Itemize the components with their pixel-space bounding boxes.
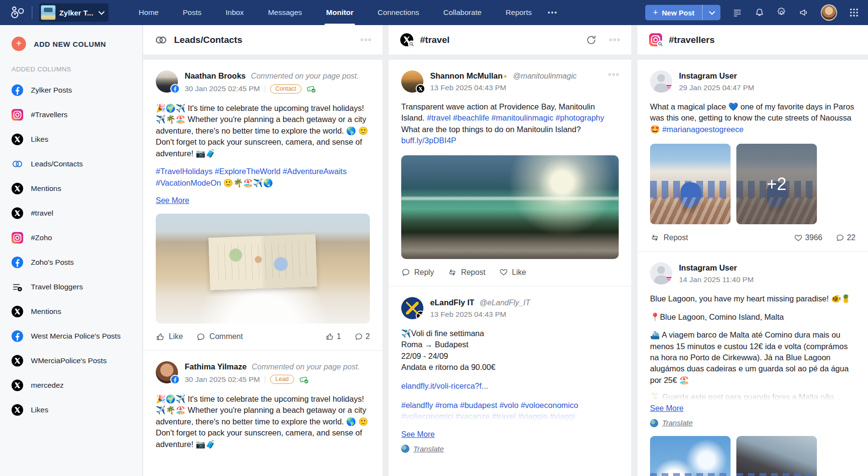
post-text-line: Blue Lagoon, you have my heart missing p… bbox=[650, 293, 855, 304]
post-link[interactable]: elandfly.it/voli-ricerca?f... bbox=[401, 381, 488, 390]
new-post-button[interactable]: + New Post bbox=[645, 5, 702, 20]
like-count[interactable]: 1 bbox=[326, 332, 341, 341]
comment-button[interactable]: Comment bbox=[196, 332, 243, 341]
brand-selector[interactable]: Zylker T... bbox=[39, 3, 108, 22]
crm-contact-badge[interactable]: Contact bbox=[270, 84, 301, 94]
avatar[interactable] bbox=[401, 70, 423, 93]
sidebar-item-mentions-2[interactable]: Mentions bbox=[12, 299, 142, 324]
nav-item-monitor[interactable]: Monitor bbox=[314, 0, 366, 25]
column-menu-icon[interactable] bbox=[610, 39, 620, 41]
translate-link[interactable]: Translate bbox=[401, 445, 619, 453]
column-feed[interactable]: Naathan Brooks Commented on your page po… bbox=[143, 60, 382, 476]
post-hashtags[interactable]: #elandfly #roma #budapest #volo #voloeco… bbox=[401, 400, 619, 411]
post-timestamp: 14 Jan 2025 11:40 PM bbox=[679, 275, 754, 284]
post-photo-naoussa-2[interactable]: +2 bbox=[736, 144, 817, 224]
author-name[interactable]: Shannon McMullan bbox=[430, 71, 502, 80]
nav-more-menu[interactable]: ••• bbox=[544, 9, 562, 16]
translate-link[interactable]: Translate bbox=[650, 419, 855, 427]
columns-sidebar: + ADD NEW COLUMN ADDED COLUMNS Zylker Po… bbox=[0, 25, 143, 476]
activity-feed-icon[interactable] bbox=[732, 7, 743, 18]
verified-sparkle-icon: ✦ bbox=[502, 73, 508, 80]
like-button[interactable]: Like bbox=[156, 332, 183, 341]
author-handle[interactable]: @eLandFly_IT bbox=[479, 299, 530, 307]
like-button[interactable]: Like bbox=[499, 268, 526, 277]
comment-count[interactable]: 2 bbox=[354, 332, 370, 341]
post-menu-icon[interactable] bbox=[609, 73, 619, 76]
post-link[interactable]: buff.ly/3pDBI4P bbox=[401, 136, 456, 145]
repost-button[interactable]: Repost bbox=[650, 233, 688, 243]
user-avatar[interactable] bbox=[821, 4, 837, 21]
crm-lead-badge[interactable]: Lead bbox=[270, 375, 294, 384]
reply-button[interactable]: Reply bbox=[401, 268, 434, 277]
nav-item-posts[interactable]: Posts bbox=[171, 0, 214, 25]
post-text-line: ✈️Voli di fine settimana bbox=[401, 328, 619, 339]
sidebar-item-zylker-posts[interactable]: Zylker Posts bbox=[12, 78, 142, 102]
zoho-social-logo-icon[interactable] bbox=[8, 5, 27, 20]
avatar[interactable] bbox=[650, 262, 672, 285]
post-photo-wave[interactable] bbox=[401, 155, 619, 259]
see-more-link[interactable]: See More bbox=[401, 430, 434, 439]
apps-grid-icon[interactable] bbox=[849, 7, 859, 18]
sidebar-item-likes-2[interactable]: Likes bbox=[12, 397, 142, 422]
column-feed[interactable]: Instagram User 29 Jan 2025 04:47 PM What… bbox=[637, 60, 868, 476]
column-feed[interactable]: Shannon McMullan✦ @manitoulinmagic 13 Fe… bbox=[389, 60, 631, 476]
sidebar-item-west-mercia-posts[interactable]: West Mercia Police's Posts bbox=[12, 324, 142, 348]
post-photo-map[interactable] bbox=[156, 214, 370, 324]
nav-item-reports[interactable]: Reports bbox=[494, 0, 544, 25]
avatar[interactable] bbox=[650, 70, 672, 93]
author-name[interactable]: eLandFly IT bbox=[430, 298, 475, 307]
post-hashtags[interactable]: #TravelHolidays #ExploreTheWorld #Advent… bbox=[156, 167, 347, 187]
announcements-megaphone-icon[interactable] bbox=[799, 7, 809, 18]
post-text-line: Andata e ritorno da 90.00€ bbox=[401, 362, 619, 373]
sidebar-item-likes[interactable]: Likes bbox=[12, 127, 142, 151]
post-text-line: Roma → Budapest bbox=[401, 339, 619, 350]
avatar[interactable] bbox=[401, 297, 423, 319]
author-name[interactable]: Instagram User bbox=[679, 263, 737, 272]
sidebar-item-travel-bloggers[interactable]: Travel Bloggers bbox=[12, 274, 142, 299]
author-name[interactable]: Naathan Brooks bbox=[185, 71, 246, 80]
added-columns-heading: ADDED COLUMNS bbox=[12, 66, 142, 73]
post-photo-naoussa-1[interactable] bbox=[650, 144, 731, 224]
add-new-column-button[interactable]: + ADD NEW COLUMN bbox=[12, 37, 142, 51]
repost-button[interactable]: Repost bbox=[448, 268, 486, 277]
author-name[interactable]: Fathima Yilmaze bbox=[185, 362, 246, 371]
nav-item-messages[interactable]: Messages bbox=[256, 0, 314, 25]
sidebar-item-zoho-hashtag[interactable]: #Zoho bbox=[12, 225, 142, 250]
sidebar-item-mercedez[interactable]: mercedez bbox=[12, 373, 142, 397]
author-name[interactable]: Instagram User bbox=[679, 71, 737, 80]
column-header: #travellers bbox=[637, 25, 868, 55]
sidebar-item-travellers[interactable]: #Travellers bbox=[12, 102, 142, 127]
instagram-search-icon bbox=[649, 33, 662, 46]
sidebar-item-leads-contacts[interactable]: Leads/Contacts bbox=[12, 151, 142, 176]
sidebar-item-wmerciapolice-posts[interactable]: WMerciaPolice's Posts bbox=[12, 348, 142, 373]
sidebar-item-travel[interactable]: #travel bbox=[12, 201, 142, 225]
monitor-columns: Leads/Contacts Naathan Brooks bbox=[143, 25, 868, 476]
notifications-bell-icon[interactable] bbox=[754, 7, 765, 18]
post-photo-rocks[interactable] bbox=[736, 436, 817, 476]
column-menu-icon[interactable] bbox=[361, 39, 371, 41]
new-post-label: New Post bbox=[662, 9, 694, 17]
post-hashtag[interactable]: #marianagoestogreece bbox=[662, 125, 744, 134]
refresh-icon[interactable] bbox=[585, 34, 597, 46]
comment-count[interactable]: 22 bbox=[836, 233, 855, 242]
sidebar-item-mentions[interactable]: Mentions bbox=[12, 176, 142, 201]
nav-item-inbox[interactable]: Inbox bbox=[214, 0, 256, 25]
sidebar-item-zohos-posts[interactable]: Zoho's Posts bbox=[12, 250, 142, 274]
nav-item-collaborate[interactable]: Collaborate bbox=[431, 0, 493, 25]
facebook-badge-icon bbox=[170, 84, 180, 94]
nav-item-home[interactable]: Home bbox=[127, 0, 171, 25]
see-more-link[interactable]: See More bbox=[156, 196, 189, 205]
nav-item-connections[interactable]: Connections bbox=[366, 0, 431, 25]
post-photo-sky[interactable] bbox=[650, 436, 731, 476]
settings-gear-icon[interactable] bbox=[776, 7, 787, 18]
new-post-dropdown-button[interactable] bbox=[702, 5, 720, 20]
author-handle[interactable]: @manitoulinmagic bbox=[513, 72, 577, 80]
avatar[interactable] bbox=[156, 70, 178, 93]
like-count[interactable]: 3966 bbox=[794, 233, 823, 243]
see-more-link[interactable]: See More bbox=[650, 404, 683, 413]
header-gap bbox=[637, 55, 868, 60]
post-hashtags-faded[interactable]: #volieconomici #vacanze #travel #viaggio… bbox=[401, 411, 619, 422]
more-photos-overlay[interactable]: +2 bbox=[736, 144, 817, 224]
post-hashtags[interactable]: #travel #beachlife #manitoulinmagic #pho… bbox=[427, 113, 604, 122]
avatar[interactable] bbox=[156, 361, 178, 383]
